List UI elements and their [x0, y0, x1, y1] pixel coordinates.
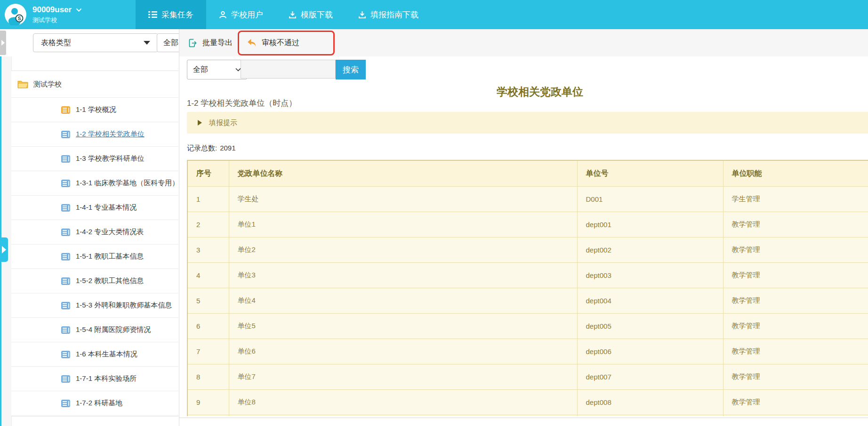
sidebar-item[interactable]: 1-4-2 专业大类情况表 — [11, 220, 178, 245]
record-total: 记录总数: 2091 — [187, 144, 236, 153]
table-cell: 教学管理 — [723, 339, 868, 364]
sidebar-item[interactable]: 1-3-1 临床教学基地（医科专用） — [11, 171, 178, 196]
download-icon — [289, 11, 297, 19]
batch-export-button[interactable]: 批量导出 — [188, 29, 233, 56]
sidebar-item[interactable]: 1-5-2 教职工其他信息 — [11, 269, 178, 293]
sidebar-collapse-handle[interactable] — [0, 31, 6, 55]
table-cell: dept007 — [577, 364, 723, 390]
tree-list: 1-1 学校概况1-2 学校相关党政单位1-3 学校教学科研单位1-3-1 临床… — [11, 98, 178, 416]
table-cell: 单位3 — [229, 263, 577, 288]
table-cell: 4 — [187, 263, 229, 288]
table-type-select[interactable]: 表格类型 — [33, 33, 158, 52]
sidebar-item[interactable]: 1-7-2 科研基地 — [11, 391, 178, 416]
sidebar-item[interactable]: 1-4-1 专业基本情况 — [11, 196, 178, 220]
table-cell: dept001 — [577, 212, 723, 237]
page-title: 学校相关党政单位 — [187, 85, 868, 99]
user-icon — [219, 11, 227, 19]
export-icon — [188, 38, 198, 48]
table-row[interactable]: 7单位6dept006教学管理 — [187, 339, 868, 364]
sidebar-item[interactable]: 1-3 学校教学科研单位 — [11, 147, 178, 171]
table-cell: 教学管理 — [723, 364, 868, 390]
table-cell — [229, 415, 577, 417]
svg-text:S: S — [18, 16, 21, 21]
sidebar-item[interactable]: 1-7-1 本科实验场所 — [11, 367, 178, 391]
sidebar-item[interactable]: 1-5-1 教职工基本信息 — [11, 245, 178, 269]
fill-hint-label: 填报提示 — [209, 118, 237, 127]
sidebar-item-label: 1-6 本科生基本情况 — [76, 350, 137, 359]
table-cell: 教学管理 — [723, 390, 868, 415]
nav-tab-label: 填报指南下载 — [370, 9, 418, 20]
list-icon — [148, 11, 157, 18]
document-icon — [61, 180, 70, 187]
search-input[interactable] — [241, 60, 336, 79]
undo-icon — [246, 38, 257, 48]
table-cell: 教学管理 — [723, 237, 868, 263]
tree-root-school[interactable]: 测试学校 — [11, 71, 178, 98]
table-cell: 5 — [187, 288, 229, 314]
table-cell: D001 — [577, 187, 723, 212]
nav-tab-label: 学校用户 — [231, 9, 263, 20]
download-icon — [358, 11, 366, 19]
table-row[interactable]: 6单位5dept005教学管理 — [187, 314, 868, 339]
fill-hint-expander[interactable]: 填报提示 — [187, 112, 868, 134]
sidebar-item[interactable]: 1-2 学校相关党政单位 — [11, 122, 178, 147]
table-row[interactable]: 5单位4dept004教学管理 — [187, 288, 868, 314]
sidebar-item[interactable]: 1-5-3 外聘和兼职教师基本信息 — [11, 293, 178, 318]
table-cell: 9 — [187, 390, 229, 415]
nav-tab-guide-download[interactable]: 填报指南下载 — [346, 0, 431, 29]
sidebar-item[interactable]: 1-6 本科生基本情况 — [11, 342, 178, 367]
sidebar-item-label: 1-7-1 本科实验场所 — [76, 374, 137, 383]
user-menu[interactable]: S 90009user 测试学校 — [0, 4, 131, 25]
sidebar-item-label: 1-5-1 教职工基本信息 — [76, 252, 144, 261]
table-cell: 1 — [187, 187, 229, 212]
table-cell: 教学管理 — [723, 314, 868, 339]
table-type-label: 表格类型 — [41, 38, 71, 48]
search-button[interactable]: 搜索 — [336, 60, 366, 79]
table-row[interactable]: 1学生处D001学生管理 — [187, 187, 868, 212]
table-row[interactable]: 2单位1dept001教学管理 — [187, 212, 868, 237]
search-filter-value: 全部 — [193, 65, 208, 75]
table-row[interactable]: 8单位7dept007教学管理 — [187, 364, 868, 390]
scope-all-label: 全部 — [163, 38, 178, 48]
table-row[interactable]: 3单位2dept002教学管理 — [187, 237, 868, 263]
avatar: S — [5, 4, 26, 25]
table-cell: 2 — [187, 212, 229, 237]
arrow-right-icon — [1, 40, 5, 46]
table-cell: dept008 — [577, 390, 723, 415]
table-header-row: 序号党政单位名称单位号单位职能 — [187, 160, 868, 187]
table-cell: dept006 — [577, 339, 723, 364]
caret-down-icon — [144, 41, 150, 45]
sidebar-item-label: 1-5-4 附属医院师资情况 — [76, 325, 151, 334]
sidebar-item-label: 1-5-2 教职工其他信息 — [76, 276, 144, 285]
table-row[interactable]: 4单位3dept003教学管理 — [187, 263, 868, 288]
search-filter-select[interactable]: 全部 — [187, 60, 247, 79]
school-name: 测试学校 — [32, 16, 82, 24]
data-table-wrap: 序号党政单位名称单位号单位职能 1学生处D001学生管理2单位1dept001教… — [187, 160, 868, 416]
username: 90009user — [32, 5, 72, 15]
table-cell: 教学管理 — [723, 263, 868, 288]
reject-review-button[interactable]: 审核不通过 — [246, 29, 299, 56]
nav-tab-collect-tasks[interactable]: 采集任务 — [136, 0, 206, 29]
nav-tab-template-download[interactable]: 模版下载 — [276, 0, 346, 29]
column-header: 序号 — [187, 160, 229, 187]
panel-expand-tab[interactable] — [0, 237, 8, 262]
nav-tab-school-users[interactable]: 学校用户 — [206, 0, 276, 29]
document-icon — [61, 375, 70, 383]
table-cell: 教学管理 — [723, 288, 868, 314]
form-tree: 测试学校 1-1 学校概况1-2 学校相关党政单位1-3 学校教学科研单位1-3… — [11, 71, 178, 417]
horizontal-scrollbar-track[interactable] — [179, 418, 868, 418]
sidebar-item-label: 1-4-2 专业大类情况表 — [76, 228, 144, 237]
table-row[interactable]: 9单位8dept008教学管理 — [187, 390, 868, 415]
table-cell: 教学管理 — [723, 212, 868, 237]
document-icon — [61, 302, 70, 309]
sidebar-item[interactable]: 1-1 学校概况 — [11, 98, 178, 122]
sidebar-item-label: 1-1 学校概况 — [76, 105, 116, 114]
sidebar-item[interactable]: 1-5-4 附属医院师资情况 — [11, 318, 178, 342]
page-subtitle: 1-2 学校相关党政单位（时点） — [187, 98, 297, 109]
column-header: 党政单位名称 — [229, 160, 577, 187]
nav-tab-label: 模版下载 — [301, 9, 333, 20]
table-cell: 学生处 — [229, 187, 577, 212]
action-toolbar: 批量导出 审核不通过 — [179, 29, 868, 57]
sidebar-item-label: 1-3-1 临床教学基地（医科专用） — [76, 179, 178, 188]
table-cell: 学生管理 — [723, 187, 868, 212]
